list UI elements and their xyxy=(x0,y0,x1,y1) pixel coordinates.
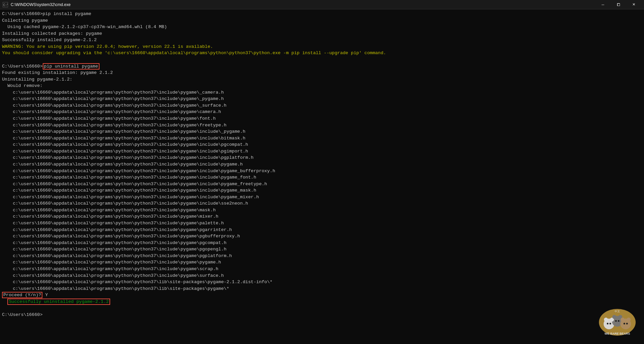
line-8 xyxy=(2,56,642,63)
svg-point-14 xyxy=(615,320,617,322)
line-2: Collecting pygame xyxy=(2,17,642,24)
line-7: You should consider upgrading via the 'c… xyxy=(2,50,642,56)
line-29: c:\users\16660\appdata\local\programs\py… xyxy=(2,194,642,201)
line-5: Successfully installed pygame-2.1.2 xyxy=(2,37,642,43)
svg-point-12 xyxy=(607,323,609,325)
line-22: c:\users\16660\appdata\local\programs\py… xyxy=(2,148,642,155)
line-10: Found existing installation: pygame 2.1.… xyxy=(2,70,642,76)
svg-point-6 xyxy=(604,318,608,322)
close-button[interactable]: ✕ xyxy=(626,0,641,9)
line-21: c:\users\16660\appdata\local\programs\py… xyxy=(2,141,642,148)
line-35: c:\users\16660\appdata\local\programs\py… xyxy=(2,233,642,240)
line-12: Would remove: xyxy=(2,83,642,89)
line-45: Successfully uninstalled pygame-2.1.2 xyxy=(2,299,642,305)
svg-text:WE BARE BEARS: WE BARE BEARS xyxy=(605,332,630,335)
line-28: c:\users\16660\appdata\local\programs\py… xyxy=(2,187,642,194)
line-46 xyxy=(2,305,642,312)
titlebar-left: C:\ C:\WINDOWS\system32\cmd.exe xyxy=(3,2,70,7)
line-19: c:\users\16660\appdata\local\programs\py… xyxy=(2,128,642,135)
svg-point-17 xyxy=(626,323,628,325)
line-39: c:\users\16660\appdata\local\programs\py… xyxy=(2,259,642,266)
line-47: C:\Users\16660> xyxy=(2,312,642,318)
line-44-proceed: Proceed (Y/n)? Y xyxy=(2,292,642,299)
watermark: WE BARE BEARS 中文 xyxy=(597,307,637,337)
line-25: c:\users\16660\appdata\local\programs\py… xyxy=(2,168,642,175)
svg-point-11 xyxy=(627,318,631,322)
line-15: c:\users\16660\appdata\local\programs\py… xyxy=(2,102,642,109)
svg-point-10 xyxy=(621,318,625,322)
line-24: c:\users\16660\appdata\local\programs\py… xyxy=(2,161,642,168)
line-42: c:\users\16660\appdata\local\programs\py… xyxy=(2,279,642,285)
line-9: C:\Users\16660>pip uninstall pygame xyxy=(2,63,642,70)
line-1: C:\Users\16660>pip install pygame xyxy=(2,11,642,17)
line-34: c:\users\16660\appdata\local\programs\py… xyxy=(2,227,642,233)
proceed-prompt: Proceed (Y/n)? xyxy=(2,292,42,298)
svg-point-13 xyxy=(610,323,611,325)
line-20: c:\users\16660\appdata\local\programs\py… xyxy=(2,135,642,142)
terminal-window: C:\Users\16660>pip install pygame Collec… xyxy=(0,9,644,344)
line-31: c:\users\16660\appdata\local\programs\py… xyxy=(2,207,642,214)
line-3: Using cached pygame-2.1.2-cp37-cp37m-win… xyxy=(2,24,642,30)
svg-text:C:\: C:\ xyxy=(3,3,8,7)
line-4: Installing collected packages: pygame xyxy=(2,30,642,37)
success-message-box: Successfully uninstalled pygame-2.1.2 xyxy=(7,299,110,305)
line-40: c:\users\16660\appdata\local\programs\py… xyxy=(2,266,642,272)
titlebar: C:\ C:\WINDOWS\system32\cmd.exe ─ ⧠ ✕ xyxy=(0,0,644,9)
line-41: c:\users\16660\appdata\local\programs\py… xyxy=(2,272,642,279)
titlebar-controls: ─ ⧠ ✕ xyxy=(595,0,641,9)
line-11: Uninstalling pygame-2.1.2: xyxy=(2,76,642,83)
line-36: c:\users\16660\appdata\local\programs\py… xyxy=(2,240,642,246)
line-13: c:\users\16660\appdata\local\programs\py… xyxy=(2,89,642,96)
line-23: c:\users\16660\appdata\local\programs\py… xyxy=(2,154,642,161)
line-18: c:\users\16660\appdata\local\programs\py… xyxy=(2,122,642,129)
cmd-icon: C:\ xyxy=(3,2,8,7)
line-43: c:\users\16660\appdata\local\programs\py… xyxy=(2,285,642,292)
minimize-button[interactable]: ─ xyxy=(595,0,611,9)
svg-point-16 xyxy=(624,323,625,325)
line-30: c:\users\16660\appdata\local\programs\py… xyxy=(2,200,642,207)
line-26: c:\users\16660\appdata\local\programs\py… xyxy=(2,174,642,181)
line-38: c:\users\16660\appdata\local\programs\py… xyxy=(2,253,642,259)
line-6: WARNING: You are using pip version 22.0.… xyxy=(2,43,642,50)
restore-button[interactable]: ⧠ xyxy=(611,0,626,9)
line-27: c:\users\16660\appdata\local\programs\py… xyxy=(2,181,642,188)
line-17: c:\users\16660\appdata\local\programs\py… xyxy=(2,115,642,122)
command-box-uninstall: pip uninstall pygame xyxy=(43,63,99,70)
line-16: c:\users\16660\appdata\local\programs\py… xyxy=(2,109,642,115)
line-37: c:\users\16660\appdata\local\programs\py… xyxy=(2,246,642,253)
titlebar-title: C:\WINDOWS\system32\cmd.exe xyxy=(11,2,70,7)
svg-point-15 xyxy=(618,320,620,322)
svg-point-8 xyxy=(612,315,616,319)
line-33: c:\users\16660\appdata\local\programs\py… xyxy=(2,220,642,227)
svg-text:中文: 中文 xyxy=(615,310,620,313)
line-32: c:\users\16660\appdata\local\programs\py… xyxy=(2,213,642,220)
line-14: c:\users\16660\appdata\local\programs\py… xyxy=(2,96,642,102)
